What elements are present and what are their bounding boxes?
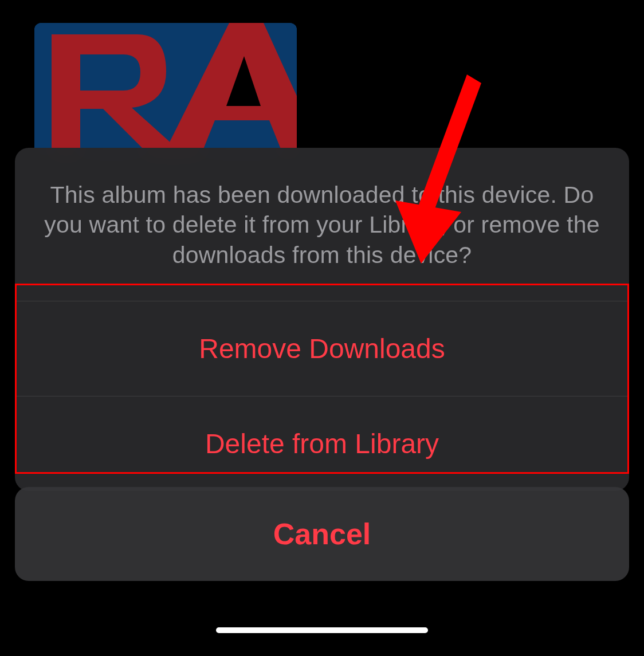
- action-sheet: This album has been downloaded to this d…: [15, 148, 629, 491]
- cancel-button[interactable]: Cancel: [15, 487, 629, 581]
- cancel-group: Cancel: [15, 487, 629, 581]
- album-artwork: [34, 23, 297, 149]
- sheet-message: This album has been downloaded to this d…: [15, 148, 629, 301]
- home-indicator[interactable]: [216, 627, 428, 633]
- remove-downloads-button[interactable]: Remove Downloads: [15, 301, 629, 396]
- delete-from-library-button[interactable]: Delete from Library: [15, 396, 629, 491]
